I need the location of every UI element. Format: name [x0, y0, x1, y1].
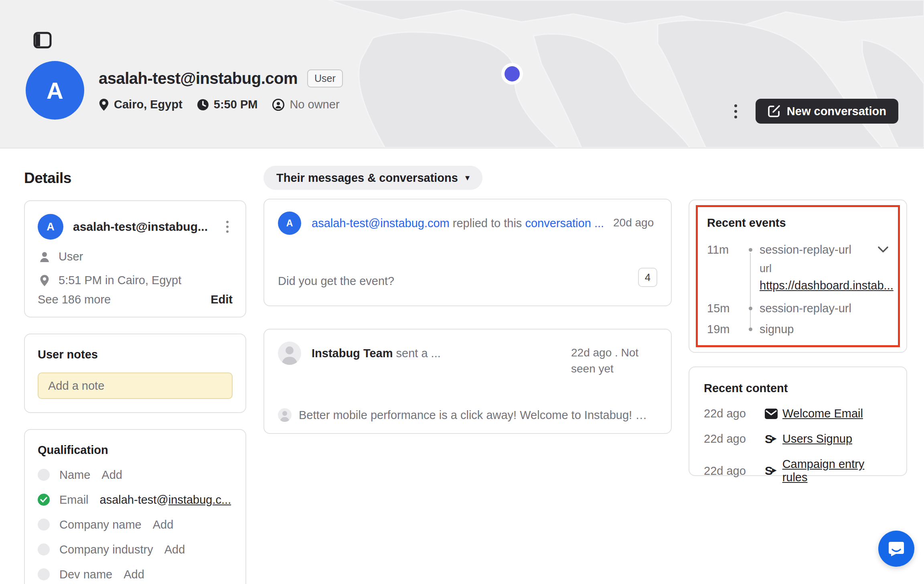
user-profile-page: A asalah-test@instabug.com User Cairo, E…: [0, 0, 924, 584]
messenger-bubble-icon: [887, 539, 906, 558]
location-pin-icon: [99, 98, 109, 111]
timestamp: 20d ago: [613, 212, 657, 231]
header-actions: New conversation: [728, 99, 898, 124]
recent-content-heading: Recent content: [704, 382, 892, 395]
timeline-dot: [749, 307, 752, 310]
event-row: 11m session-replay-url: [707, 239, 890, 260]
compose-icon: [768, 105, 780, 118]
recent-content-card: Recent content 22d ago Welcome Email 22d…: [689, 366, 907, 476]
owner-text: No owner: [290, 98, 339, 111]
add-name-button[interactable]: Add: [101, 468, 122, 482]
messenger-launcher-button[interactable]: [878, 531, 914, 567]
event-row: 15m session-replay-url: [707, 298, 890, 319]
new-conversation-button[interactable]: New conversation: [756, 99, 898, 124]
feed-filter-dropdown[interactable]: Their messages & conversations ▾: [263, 166, 482, 190]
placeholder-avatar: [278, 408, 292, 422]
recent-events-card: Recent events 11m session-replay-url url…: [689, 199, 907, 353]
details-column: Details A asalah-test@instabug... User 5…: [24, 170, 246, 584]
chevron-down-icon: [877, 246, 889, 253]
user-localtime-text: 5:51 PM in Cairo, Egypt: [59, 274, 181, 287]
unchecked-circle-icon: [38, 543, 50, 556]
message-count-badge: 4: [638, 268, 657, 287]
avatar: A: [26, 61, 84, 120]
message-preview: Better mobile performance is a click awa…: [299, 409, 657, 422]
panel-toggle-icon: [33, 32, 52, 49]
local-time-text: 5:50 PM: [214, 98, 258, 111]
events-timeline: 11m session-replay-url url https://dashb…: [707, 239, 890, 340]
details-heading: Details: [24, 170, 246, 187]
content-link[interactable]: Campaign entry rules: [782, 458, 892, 484]
user-role-text: User: [59, 250, 83, 263]
series-icon: S▶: [765, 433, 782, 445]
user-notes-heading: User notes: [38, 348, 233, 361]
profile-header: A asalah-test@instabug.com User Cairo, E…: [0, 0, 924, 149]
email-value: asalah-test@instabug.c...: [100, 493, 231, 507]
owner-icon: [272, 98, 285, 111]
user-name: asalah-test@instabug...: [73, 220, 222, 234]
event-detail: url https://dashboard.instab...: [760, 260, 890, 298]
sidebar-toggle-button[interactable]: [32, 31, 53, 50]
conversation-card[interactable]: A asalah-test@instabug.com replied to th…: [263, 199, 672, 306]
avatar: A: [278, 212, 301, 235]
avatar-letter: A: [47, 77, 63, 104]
person-icon: [38, 251, 51, 262]
qualification-row-company-industry: Company industry Add: [38, 543, 233, 556]
user-details-card: A asalah-test@instabug... User 5:51 PM i…: [24, 200, 246, 317]
email-icon: [765, 409, 782, 419]
conversation-card[interactable]: Instabug Team sent a ... 22d ago . Not s…: [263, 329, 672, 434]
map-marker-dot: [505, 66, 520, 81]
message-preview: Did you get the event?: [278, 275, 628, 288]
location-text: Cairo, Egypt: [114, 98, 182, 111]
see-more-link[interactable]: See 186 more: [38, 293, 111, 306]
qualification-card: Qualification Name Add Email asalah-test…: [24, 429, 246, 584]
user-localtime-row: 5:51 PM in Cairo, Egypt: [38, 274, 233, 287]
activity-column: Their messages & conversations ▾ A asala…: [263, 166, 672, 434]
page-title: asalah-test@instabug.com: [99, 69, 298, 87]
content-row: 22d ago S▶ Campaign entry rules: [704, 458, 892, 484]
events-column: Recent events 11m session-replay-url url…: [689, 199, 907, 476]
clock-icon: [197, 99, 209, 111]
owner-meta: No owner: [272, 98, 339, 111]
conversation-title: asalah-test@instabug.com replied to this…: [312, 212, 613, 232]
details-more-menu-button[interactable]: [222, 217, 233, 236]
header-more-menu-button[interactable]: [728, 99, 744, 124]
timeline-dot: [749, 328, 752, 331]
add-company-industry-button[interactable]: Add: [164, 543, 185, 556]
event-row: 19m signup: [707, 319, 890, 340]
edit-link[interactable]: Edit: [211, 293, 233, 306]
qualification-row-company-name: Company name Add: [38, 518, 233, 531]
checked-circle-icon: [38, 494, 50, 506]
conversation-title: Instabug Team sent a ...: [312, 342, 571, 362]
unchecked-circle-icon: [38, 469, 50, 481]
location-meta: Cairo, Egypt: [99, 98, 182, 111]
user-role-row: User: [38, 250, 233, 263]
email-link[interactable]: instabug.c...: [168, 493, 231, 506]
local-time-meta: 5:50 PM: [197, 98, 258, 111]
qualification-row-email: Email asalah-test@instabug.c...: [38, 493, 233, 507]
add-dev-name-button[interactable]: Add: [124, 568, 144, 581]
content-link[interactable]: Users Signup: [782, 432, 852, 446]
recent-events-heading: Recent events: [707, 216, 890, 230]
user-link[interactable]: asalah-test@instabug.com: [312, 217, 450, 230]
qualification-heading: Qualification: [38, 444, 233, 457]
chevron-down-icon: ▾: [465, 173, 470, 183]
series-icon: S▶: [765, 465, 782, 477]
qualification-row-dev-name: Dev name Add: [38, 568, 233, 581]
content-row: 22d ago Welcome Email: [704, 407, 892, 420]
user-notes-card: User notes: [24, 334, 246, 413]
conversation-link[interactable]: conversation ...: [525, 217, 604, 230]
unchecked-circle-icon: [38, 519, 50, 531]
add-note-input[interactable]: [38, 372, 233, 399]
placeholder-avatar: [278, 342, 301, 365]
collapse-event-button[interactable]: [876, 244, 890, 255]
session-replay-link[interactable]: https://dashboard.instab...: [760, 279, 890, 292]
content-link[interactable]: Welcome Email: [782, 407, 863, 420]
add-company-name-button[interactable]: Add: [153, 518, 174, 531]
qualification-row-name: Name Add: [38, 468, 233, 482]
unchecked-circle-icon: [38, 568, 50, 580]
timestamp: 22d ago . Not seen yet: [571, 342, 657, 377]
content-row: 22d ago S▶ Users Signup: [704, 432, 892, 446]
avatar: A: [38, 214, 63, 240]
user-hero: A asalah-test@instabug.com User Cairo, E…: [26, 61, 343, 120]
new-conversation-label: New conversation: [787, 105, 886, 118]
